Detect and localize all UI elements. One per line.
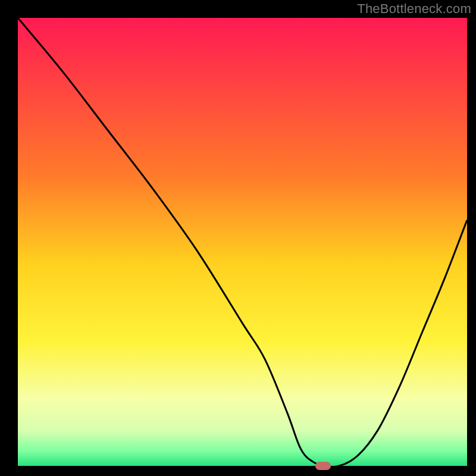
optimum-marker [315, 462, 331, 470]
plot-area [18, 18, 467, 467]
chart-stage: TheBottleneck.com [0, 0, 476, 476]
gradient-background [18, 18, 467, 467]
watermark-text: TheBottleneck.com [357, 1, 471, 17]
plot-svg [18, 18, 467, 467]
